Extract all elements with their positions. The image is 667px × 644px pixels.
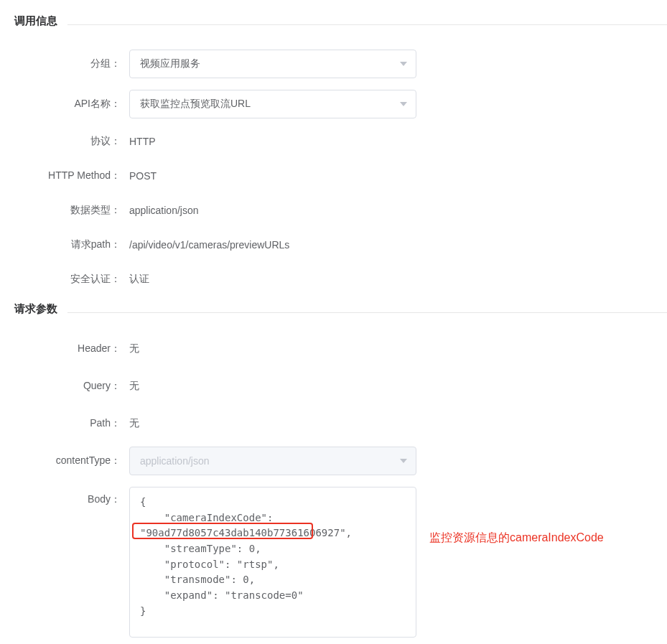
select-content-type-value: application/json xyxy=(140,455,210,467)
label-data-type: 数据类型： xyxy=(0,204,129,217)
row-data-type: 数据类型： application/json xyxy=(0,199,667,222)
label-path: Path： xyxy=(0,417,129,430)
row-path: Path： 无 xyxy=(0,412,667,435)
row-protocol: 协议： HTTP xyxy=(0,130,667,153)
label-api-name: API名称： xyxy=(0,98,129,111)
value-data-type: application/json xyxy=(129,205,667,216)
label-request-path: 请求path： xyxy=(0,238,129,251)
label-group: 分组： xyxy=(0,57,129,70)
row-query: Query： 无 xyxy=(0,375,667,398)
row-header: Header： 无 xyxy=(0,337,667,360)
chevron-down-icon xyxy=(400,62,407,66)
label-protocol: 协议： xyxy=(0,135,129,148)
value-http-method: POST xyxy=(129,170,667,182)
value-header: 无 xyxy=(129,342,667,355)
select-group[interactable]: 视频应用服务 xyxy=(129,50,416,78)
label-body: Body： xyxy=(0,487,129,506)
label-http-method: HTTP Method： xyxy=(0,169,129,182)
row-content-type: contentType： application/json xyxy=(0,447,667,475)
label-auth: 安全认证： xyxy=(0,273,129,286)
chevron-down-icon xyxy=(400,459,407,463)
label-header: Header： xyxy=(0,342,129,355)
value-auth: 认证 xyxy=(129,273,667,286)
value-protocol: HTTP xyxy=(129,136,667,147)
divider xyxy=(67,24,667,25)
value-query: 无 xyxy=(129,380,667,393)
value-path: 无 xyxy=(129,417,667,430)
divider xyxy=(67,312,667,313)
request-params-title: 请求参数 xyxy=(0,302,57,316)
select-group-value: 视频应用服务 xyxy=(140,57,200,70)
chevron-down-icon xyxy=(400,102,407,106)
section-title-request-params: 请求参数 xyxy=(0,302,667,323)
call-info-title: 调用信息 xyxy=(0,14,57,28)
section-title-call-info: 调用信息 xyxy=(0,14,667,35)
value-request-path: /api/video/v1/cameras/previewURLs xyxy=(129,239,667,251)
row-body: Body： { "cameraIndexCode": "90ad77d8057c… xyxy=(0,487,667,638)
body-textarea[interactable]: { "cameraIndexCode": "90ad77d8057c43dab1… xyxy=(129,487,416,638)
label-query: Query： xyxy=(0,380,129,393)
row-api-name: API名称： 获取监控点预览取流URL xyxy=(0,90,667,118)
label-content-type: contentType： xyxy=(0,454,129,467)
row-http-method: HTTP Method： POST xyxy=(0,164,667,187)
row-auth: 安全认证： 认证 xyxy=(0,268,667,291)
row-group: 分组： 视频应用服务 xyxy=(0,50,667,78)
annotation-camera-index-code: 监控资源信息的cameraIndexCode xyxy=(429,531,604,546)
select-content-type: application/json xyxy=(129,447,416,475)
select-api-name[interactable]: 获取监控点预览取流URL xyxy=(129,90,416,118)
select-api-name-value: 获取监控点预览取流URL xyxy=(140,98,251,111)
row-request-path: 请求path： /api/video/v1/cameras/previewURL… xyxy=(0,233,667,256)
